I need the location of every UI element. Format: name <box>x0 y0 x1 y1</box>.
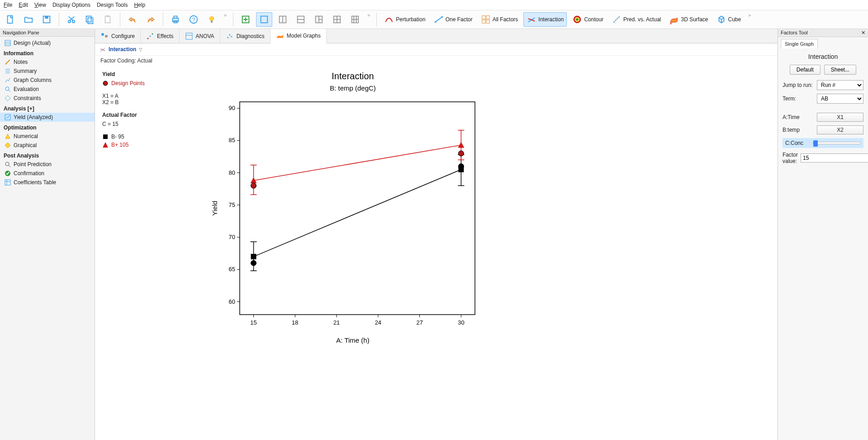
svg-rect-72 <box>103 134 108 139</box>
pred-vs-actual-button[interactable]: Pred. vs. Actual <box>609 13 664 26</box>
new-file-icon[interactable] <box>3 13 18 26</box>
single-pane-icon[interactable] <box>256 12 272 27</box>
dropdown-icon[interactable]: ▽ <box>139 47 142 52</box>
redo-icon[interactable] <box>143 13 158 26</box>
tab-effects[interactable]: Effects <box>141 29 179 43</box>
term-select[interactable]: AB <box>817 94 863 104</box>
tab-anova[interactable]: ANOVA <box>180 29 220 43</box>
svg-point-68 <box>227 37 228 38</box>
svg-point-62 <box>105 35 108 38</box>
nav-numerical[interactable]: Numerical <box>0 132 95 141</box>
navigation-pane: Navigation Pane Design (Actual) Informat… <box>0 29 95 440</box>
svg-point-121 <box>458 163 464 169</box>
nav-graphical[interactable]: Graphical <box>0 141 95 150</box>
factors-heading: Interaction <box>783 53 863 60</box>
legend-bplus: B+ 105 <box>102 142 192 148</box>
svg-text:90: 90 <box>229 105 235 111</box>
nav-notes[interactable]: Notes <box>0 57 95 67</box>
nav-graph-columns[interactable]: Graph Columns <box>0 76 95 85</box>
nav-evaluation[interactable]: Evaluation <box>0 85 95 94</box>
factor-b-button[interactable]: X2 <box>817 125 863 134</box>
svg-text:15: 15 <box>250 319 256 326</box>
menu-help[interactable]: Help <box>134 2 145 8</box>
svg-point-61 <box>101 33 104 36</box>
menubar[interactable]: File Edit View Display Options Design To… <box>0 0 868 10</box>
split-3-icon[interactable] <box>311 13 327 26</box>
perturbation-button[interactable]: Perturbation <box>381 13 428 26</box>
svg-point-14 <box>209 17 213 21</box>
split-h-icon[interactable] <box>293 13 308 26</box>
factors-tab-single-graph[interactable]: Single Graph <box>781 39 818 48</box>
nav-information-header: Information <box>0 48 95 57</box>
tab-configure[interactable]: Configure <box>95 29 141 43</box>
overflow-icon[interactable]: » <box>222 12 228 18</box>
interaction-button[interactable]: Interaction <box>523 12 567 27</box>
overflow-icon-2[interactable]: » <box>365 12 372 18</box>
svg-text:30: 30 <box>458 319 464 326</box>
overflow-icon-3[interactable]: » <box>746 12 753 18</box>
svg-line-56 <box>9 165 10 167</box>
svg-rect-10 <box>174 16 177 19</box>
svg-point-55 <box>5 162 9 166</box>
svg-rect-7 <box>105 16 110 23</box>
main-tabs: Configure Effects ANOVA Diagnostics Mode… <box>95 29 778 43</box>
nav-summary[interactable]: Summary <box>0 67 95 76</box>
svg-point-70 <box>231 36 232 37</box>
paste-icon[interactable] <box>100 13 115 26</box>
sheet-button[interactable]: Sheet... <box>824 65 856 75</box>
nav-confirmation[interactable]: Confirmation <box>0 169 95 178</box>
tab-model-graphs[interactable]: Model Graphs <box>270 29 327 43</box>
menu-design-tools[interactable]: Design Tools <box>97 2 128 8</box>
nav-analysis-header[interactable]: Analysis [+] <box>0 103 95 113</box>
svg-point-69 <box>229 34 230 35</box>
factor-c-row[interactable]: C:Conc <box>783 138 863 148</box>
cut-icon[interactable] <box>64 13 79 26</box>
default-button[interactable]: Default <box>790 65 821 75</box>
one-factor-button[interactable]: One Factor <box>431 13 475 26</box>
tab-diagnostics[interactable]: Diagnostics <box>220 29 270 43</box>
split-v-icon[interactable] <box>275 13 290 26</box>
nav-point-prediction[interactable]: Point Prediction <box>0 160 95 169</box>
svg-text:?: ? <box>192 16 195 23</box>
svg-text:A: Time (h): A: Time (h) <box>336 336 369 344</box>
factor-a-label: A:Time <box>783 114 814 120</box>
factor-value-input[interactable] <box>801 153 868 163</box>
open-file-icon[interactable] <box>21 13 36 26</box>
nav-coefficients[interactable]: Coefficients Table <box>0 178 95 187</box>
nav-constraints[interactable]: Constraints <box>0 94 95 103</box>
lightbulb-icon[interactable] <box>204 13 219 26</box>
svg-text:18: 18 <box>292 319 298 326</box>
nav-design[interactable]: Design (Actual) <box>0 38 95 48</box>
close-icon[interactable]: ✕ <box>861 30 865 36</box>
add-pane-icon[interactable] <box>238 13 253 26</box>
menu-edit[interactable]: Edit <box>19 2 28 8</box>
svg-rect-6 <box>88 18 93 24</box>
help-icon[interactable]: ? <box>186 13 201 26</box>
menu-view[interactable]: View <box>34 2 46 8</box>
svg-point-52 <box>5 87 9 91</box>
chart[interactable]: InteractionB: temp (degC)606570758085901… <box>199 66 778 440</box>
menu-display-options[interactable]: Display Options <box>52 2 90 8</box>
factor-c-slider[interactable] <box>813 142 861 144</box>
undo-icon[interactable] <box>125 13 140 26</box>
svg-point-65 <box>152 33 153 34</box>
nav-yield[interactable]: Yield (Analyzed) <box>0 113 95 122</box>
factor-a-button[interactable]: X1 <box>817 113 863 122</box>
menu-file[interactable]: File <box>4 2 12 8</box>
cube-button[interactable]: Cube <box>714 13 744 26</box>
svg-rect-17 <box>261 16 268 23</box>
jump-to-run-select[interactable]: Run # <box>817 80 863 90</box>
all-factors-button[interactable]: All Factors <box>478 13 521 26</box>
3d-surface-button[interactable]: 3D Surface <box>666 13 711 26</box>
save-icon[interactable] <box>39 13 54 26</box>
svg-text:70: 70 <box>229 234 235 240</box>
split-4-icon[interactable] <box>329 13 345 26</box>
svg-text:Interaction: Interaction <box>332 71 374 81</box>
svg-text:65: 65 <box>229 266 235 273</box>
factors-tool-title: Factors Tool <box>781 30 808 36</box>
copy-icon[interactable] <box>82 13 97 26</box>
print-icon[interactable] <box>168 13 183 26</box>
contour-button[interactable]: Contour <box>569 13 606 26</box>
split-6-icon[interactable] <box>347 13 363 26</box>
svg-point-32 <box>434 21 436 23</box>
